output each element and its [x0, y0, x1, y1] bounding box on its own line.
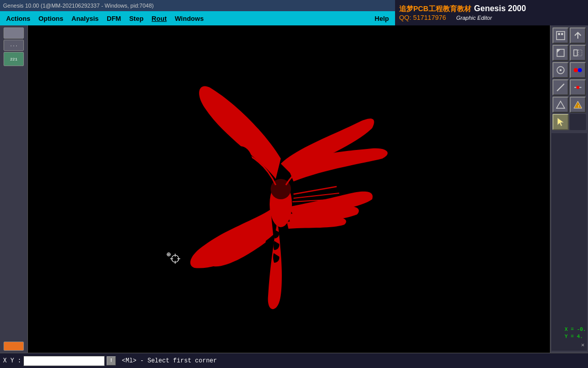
sidebar-btn-dots[interactable]: ... [4, 40, 24, 51]
svg-point-21 [574, 68, 578, 72]
menu-help[interactable]: Help [371, 14, 393, 23]
brand-qq: QQ: 517117976 [399, 14, 446, 21]
svg-rect-13 [558, 33, 560, 35]
menu-step[interactable]: Step [125, 14, 147, 23]
main-area: ... 221 [0, 25, 588, 353]
toolbar-row-6 [552, 114, 586, 130]
brand-graphic-editor: Graphic Editor [456, 15, 492, 21]
svg-point-22 [578, 68, 582, 72]
svg-rect-17 [574, 50, 577, 56]
left-sidebar: ... 221 [0, 25, 28, 353]
xy-label: X Y : [3, 357, 21, 364]
mirror-btn[interactable] [570, 45, 586, 61]
menu-dfm[interactable]: DFM [103, 14, 125, 23]
canvas-area[interactable] [28, 25, 550, 353]
status-message: <Ml> - Select first corner [122, 357, 217, 364]
brand-area: 追梦PCB工程教育教材 Genesis 2000 QQ: 517117976 G… [395, 0, 588, 25]
toolbar-row-2 [552, 45, 586, 61]
point-btn[interactable] [570, 79, 586, 96]
top-section: Genesis 10.00 (1@MM-202106292337 - Windo… [0, 0, 588, 25]
cursor-select-btn[interactable] [552, 114, 569, 130]
butterfly-graphic [144, 57, 408, 321]
y-coord: Y = 4. [565, 333, 586, 341]
svg-marker-27 [557, 101, 565, 108]
svg-line-4 [293, 187, 337, 194]
toolbar-row-3 [552, 62, 586, 78]
menu-options[interactable]: Options [35, 14, 68, 23]
brand-chinese: 追梦PCB工程教育教材 [399, 5, 471, 14]
sidebar-layer-btn[interactable]: 221 [4, 52, 24, 66]
svg-text:!: ! [577, 104, 580, 109]
line-draw-btn[interactable] [552, 79, 569, 96]
titlebar: Genesis 10.00 (1@MM-202106292337 - Windo… [0, 0, 395, 11]
menu-actions[interactable]: Actions [2, 14, 35, 23]
right-bottom-panel: X = -0. Y = 4. ✕ [551, 133, 587, 351]
circle-outline-btn[interactable] [552, 62, 569, 78]
svg-point-20 [560, 69, 562, 71]
title-text: Genesis 10.00 (1@MM-202106292337 - Windo… [3, 3, 154, 9]
zoom-back-btn[interactable] [570, 27, 586, 44]
coord-input[interactable] [23, 356, 105, 366]
toolbar-row-5: ! [552, 97, 586, 113]
brand-genesis: Genesis 2000 [474, 4, 526, 13]
menu-windows[interactable]: Windows [171, 14, 208, 23]
svg-marker-16 [557, 49, 561, 53]
sidebar-orange-indicator [4, 342, 24, 351]
toolbar-row-4 [552, 79, 586, 96]
close-panel-btn[interactable]: ✕ [581, 342, 584, 348]
menubar: Actions Options Analysis DFM Step Rout W… [0, 11, 395, 25]
info-btn[interactable]: ! [107, 356, 116, 365]
menubar-wrapper: Genesis 10.00 (1@MM-202106292337 - Windo… [0, 0, 395, 25]
svg-marker-30 [558, 118, 564, 126]
menu-analysis[interactable]: Analysis [68, 14, 103, 23]
svg-rect-18 [578, 50, 582, 56]
rotate-view-btn[interactable] [552, 45, 569, 61]
empty-btn [570, 114, 586, 130]
statusbar: X Y : ! <Ml> - Select first corner [0, 353, 588, 368]
layers-btn[interactable] [570, 62, 586, 78]
svg-rect-14 [561, 33, 563, 35]
menu-rout[interactable]: Rout [148, 14, 171, 23]
x-coord: X = -0. [565, 326, 586, 333]
svg-line-23 [557, 84, 564, 91]
svg-point-24 [576, 86, 579, 89]
right-toolbar: ! X = -0. Y = 4. ✕ [550, 25, 588, 353]
svg-rect-12 [557, 32, 565, 40]
warning-btn[interactable]: ! [570, 97, 586, 113]
svg-line-5 [293, 193, 339, 198]
svg-point-3 [253, 169, 268, 189]
triangle-btn[interactable] [552, 97, 569, 113]
zoom-fit-btn[interactable] [552, 27, 569, 44]
toolbar-row-1 [552, 27, 586, 44]
coords-display: X = -0. Y = 4. [565, 326, 586, 341]
sidebar-btn-top[interactable] [4, 27, 24, 39]
